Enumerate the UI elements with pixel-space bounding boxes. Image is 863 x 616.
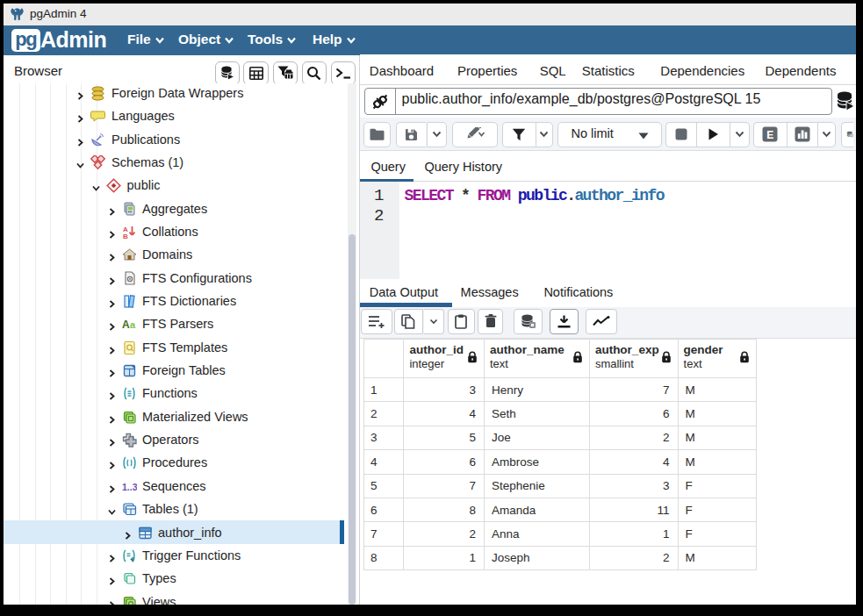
svg-text:A: A: [122, 319, 130, 331]
svg-text:1..3: 1..3: [122, 481, 137, 491]
svg-text:E: E: [766, 129, 773, 141]
svg-text:a: a: [130, 319, 136, 330]
svg-text:B: B: [123, 233, 128, 240]
